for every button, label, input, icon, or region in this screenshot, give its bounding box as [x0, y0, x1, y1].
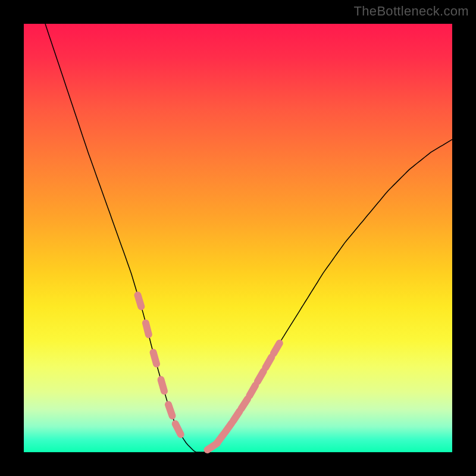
- highlight-marker: [274, 343, 280, 353]
- watermark-text: TheBottleneck.com: [354, 4, 469, 19]
- right-rising-markers: [208, 343, 280, 450]
- highlight-marker: [176, 424, 181, 434]
- plot-area: [24, 24, 452, 452]
- highlight-marker: [241, 399, 248, 409]
- highlight-marker: [138, 295, 142, 306]
- highlight-marker: [233, 411, 240, 421]
- curve-svg: [24, 24, 452, 452]
- highlight-marker: [161, 380, 165, 391]
- highlight-marker: [258, 371, 264, 381]
- highlight-marker: [265, 357, 271, 367]
- highlight-marker: [168, 405, 173, 416]
- chart-stage: TheBottleneck.com: [0, 0, 476, 476]
- highlight-marker: [154, 352, 156, 364]
- highlight-marker: [146, 323, 149, 334]
- highlight-marker: [225, 423, 232, 433]
- highlight-marker: [249, 386, 255, 396]
- bottleneck-curve: [24, 0, 452, 452]
